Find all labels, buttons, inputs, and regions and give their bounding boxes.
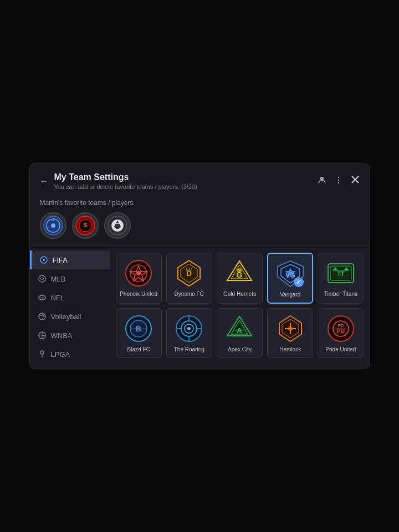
sidebar-item-wnba[interactable]: WNBA [30,326,110,345]
favorite-avatar-3[interactable] [104,212,131,239]
close-button[interactable] [351,175,360,187]
team-card-phoneix-united[interactable]: Phoneix United [116,253,162,304]
favorites-label: Martin's favorite teams / players [40,199,360,207]
lpga-icon [38,350,47,359]
sidebar-item-label-wnba: WNBA [51,331,73,340]
svg-point-48 [187,327,191,330]
team-card-hemlock[interactable]: Hemlock [267,308,313,358]
title-block: My Team Settings You can add or delete f… [54,172,197,190]
svg-point-1 [337,176,339,177]
header-icons [318,175,360,187]
svg-point-0 [320,177,324,180]
back-button[interactable]: ← [40,176,49,186]
svg-text:S: S [83,222,87,228]
svg-text:PU: PU [337,328,345,334]
user-icon[interactable] [318,176,326,187]
modal-subtitle: You can add or delete favorite teams / p… [54,183,197,190]
team-name-dynamo-fc: Dynamo FC [175,291,204,298]
team-logo-blazd-fc: B [124,314,153,343]
team-name-pride-united: Pride United [325,346,356,353]
svg-point-3 [337,182,339,183]
header-left: ← My Team Settings You can add or delete… [40,172,197,190]
selected-checkmark: ✓ [294,277,304,287]
svg-point-8 [51,223,55,228]
sidebar-item-volleyball[interactable]: Volleyball [30,307,110,326]
modal-container: ← My Team Settings You can add or delete… [29,163,370,369]
svg-point-57 [288,326,293,331]
team-name-phoneix-united: Phoneix United [120,291,157,298]
team-name-hemlock: Hemlock [279,346,301,353]
team-name-vangard: Vangard [280,291,300,298]
team-card-gold-hornets[interactable]: G Gold Hornets [217,253,263,304]
svg-text:FC: FC [51,218,55,222]
team-card-dynamo-fc[interactable]: D FC Dynamo FC [166,253,212,304]
sidebar-item-label-lpga: LPGA [51,350,70,359]
teams-grid-area: Phoneix United D FC Dynamo FC [110,246,370,368]
sidebar-item-lpga[interactable]: LPGA [30,345,110,364]
svg-point-2 [337,179,339,180]
team-logo-apex-city: A [225,314,254,343]
svg-point-19 [39,275,45,282]
team-logo-vangard: VG ✓ [276,259,305,288]
mlb-icon [38,274,47,283]
nfl-icon [38,293,47,302]
more-icon[interactable] [334,176,343,187]
team-logo-hemlock [276,314,305,343]
team-card-timber-titans[interactable]: TT Timber Titans [318,253,364,304]
team-logo-the-roaring [175,314,203,343]
favorite-avatar-2[interactable]: S [72,212,99,239]
sidebar: FIFA MLB NFL Volleyball [30,246,110,368]
svg-point-34 [237,268,242,273]
team-card-apex-city[interactable]: A Apex City [217,308,263,358]
team-card-pride-united[interactable]: FC PU Pride United [318,308,364,358]
team-card-vangard[interactable]: VG ✓ Vangard [267,253,313,304]
favorites-avatars: FC S [40,212,360,239]
team-logo-gold-hornets: G [225,259,254,288]
team-name-the-roaring: The Roaring [174,346,204,353]
sidebar-item-mlb[interactable]: MLB [30,269,110,288]
team-card-blazd-fc[interactable]: B Blazd FC [116,308,162,358]
svg-text:TT: TT [337,270,345,277]
team-name-blazd-fc: Blazd FC [127,346,150,353]
volleyball-icon [38,312,47,321]
favorite-avatar-1[interactable]: FC [40,212,66,239]
team-logo-pride-united: FC PU [326,314,355,343]
sidebar-item-label-mlb: MLB [51,275,66,283]
team-name-apex-city: Apex City [228,346,252,353]
svg-point-25 [40,351,44,354]
teams-grid: Phoneix United D FC Dynamo FC [116,253,364,358]
fifa-icon [39,255,48,264]
modal-header: ← My Team Settings You can add or delete… [30,164,370,195]
svg-text:FC: FC [338,323,344,328]
team-logo-phoneix-united [124,259,153,288]
team-card-the-roaring[interactable]: The Roaring [166,308,212,358]
team-logo-dynamo-fc: D FC [175,259,203,288]
sidebar-item-label-fifa: FIFA [53,256,68,264]
sidebar-item-label-volleyball: Volleyball [51,313,81,321]
svg-point-30 [136,271,141,275]
team-logo-timber-titans: TT [326,259,355,288]
modal-title: My Team Settings [54,172,197,182]
favorites-section: Martin's favorite teams / players FC S [30,195,370,246]
sidebar-item-label-nfl: NFL [51,294,65,302]
sidebar-item-nfl[interactable]: NFL [30,288,110,307]
main-content: FIFA MLB NFL Volleyball [30,246,370,368]
team-name-timber-titans: Timber Titans [324,291,357,298]
svg-point-18 [43,259,45,261]
wnba-icon [38,331,47,340]
team-name-gold-hornets: Gold Hornets [223,291,256,298]
sidebar-item-fifa[interactable]: FIFA [30,250,110,269]
svg-text:FC: FC [186,267,192,272]
svg-point-22 [39,313,45,320]
